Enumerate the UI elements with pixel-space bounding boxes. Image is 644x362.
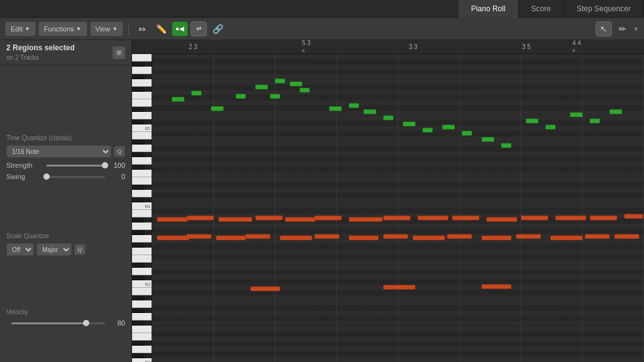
- scale-quantize-button[interactable]: Q: [74, 244, 86, 255]
- main-layout: 2 Regions selected on 2 Tracks ⊞ Time Qu…: [0, 40, 644, 362]
- scale-quantize-section: Scale Quantize Off Major Q: [0, 226, 131, 265]
- right-tools: ↖ ✏ ▼: [596, 21, 639, 36]
- timeline-ruler: 2 3 5 34 3 3 3 5 4 44: [132, 40, 644, 54]
- ruler-marker-2: 5 34: [302, 40, 311, 54]
- strength-slider[interactable]: [47, 165, 105, 167]
- ruler-marker-3: 3 3: [409, 43, 418, 50]
- tool-group: ⇔ ✏️ ●◀ ⇄ 🔗: [134, 21, 226, 36]
- scale-quantize-label: Scale Quantize: [6, 233, 125, 239]
- swing-label: Swing: [6, 173, 42, 180]
- swing-row: Swing 0: [6, 173, 125, 180]
- align-icon[interactable]: ⇔: [134, 21, 150, 36]
- region-title: 2 Regions selected: [6, 43, 75, 53]
- edit-menu[interactable]: Edit ▼: [5, 21, 36, 36]
- swing-slider[interactable]: [47, 176, 105, 178]
- link-icon[interactable]: 🔗: [209, 21, 226, 36]
- pencil-icon[interactable]: ✏️: [153, 21, 169, 36]
- ruler-marker-1: 2 3: [189, 43, 197, 50]
- ruler-marker-4: 3 5: [522, 43, 531, 50]
- sep1: [128, 23, 129, 35]
- grid-area[interactable]: [152, 54, 644, 362]
- region-info: 2 Regions selected on 2 Tracks ⊞: [0, 40, 131, 65]
- piano-roll-area: 2 3 5 34 3 3 3 5 4 44 B5B4B3B2B1: [132, 40, 644, 362]
- velocity-row: 80: [6, 319, 125, 327]
- region-grid-icon: ⊞: [113, 47, 125, 59]
- pointer-tool[interactable]: ↖: [596, 21, 612, 36]
- strength-value: 100: [110, 162, 125, 169]
- velocity-section: Velocity 80: [0, 302, 131, 336]
- velocity-label: Velocity: [6, 309, 125, 315]
- scale-major-select[interactable]: Major: [36, 243, 72, 256]
- piano-keys: B5B4B3B2B1: [132, 54, 152, 362]
- quantize-button[interactable]: Q: [114, 146, 125, 157]
- tab-piano-roll[interactable]: Piano Roll: [458, 0, 519, 18]
- time-quantize-label: Time Quantize (classic): [6, 134, 125, 141]
- region-sub: on 2 Tracks: [6, 53, 75, 62]
- roll-content: B5B4B3B2B1: [132, 54, 644, 362]
- functions-menu[interactable]: Functions ▼: [38, 21, 87, 36]
- midi-in-icon[interactable]: ●◀: [172, 21, 188, 36]
- ruler-marker-5: 4 44: [572, 40, 581, 54]
- left-panel: 2 Regions selected on 2 Tracks ⊞ Time Qu…: [0, 40, 132, 362]
- scale-off-select[interactable]: Off: [6, 243, 34, 256]
- panel-divider-1: [0, 192, 131, 192]
- swing-value: 0: [110, 173, 125, 180]
- menu-group: Edit ▼ Functions ▼ View ▼: [5, 21, 123, 36]
- strength-label: Strength: [6, 162, 42, 169]
- region-text: 2 Regions selected on 2 Tracks: [6, 43, 75, 62]
- time-quantize-section: Time Quantize (classic) 1/16 Note Q Stre…: [0, 128, 131, 189]
- tab-score[interactable]: Score: [519, 0, 564, 18]
- loop-icon[interactable]: ⇄: [191, 21, 207, 36]
- toolbar: Edit ▼ Functions ▼ View ▼ ⇔ ✏️ ●◀ ⇄ 🔗 ↖ …: [0, 18, 644, 40]
- pencil-tool[interactable]: ✏: [614, 21, 631, 36]
- tab-bar: Piano Roll Score Step Sequencer: [0, 0, 644, 18]
- view-menu[interactable]: View ▼: [90, 21, 124, 36]
- scale-select-row: Off Major Q: [6, 243, 125, 256]
- velocity-slider[interactable]: [11, 322, 105, 324]
- note-value-select[interactable]: 1/16 Note: [6, 145, 111, 158]
- velocity-value: 80: [110, 319, 125, 327]
- note-value-row: 1/16 Note Q: [6, 145, 125, 158]
- strength-row: Strength 100: [6, 162, 125, 169]
- tab-step-sequencer[interactable]: Step Sequencer: [564, 0, 644, 18]
